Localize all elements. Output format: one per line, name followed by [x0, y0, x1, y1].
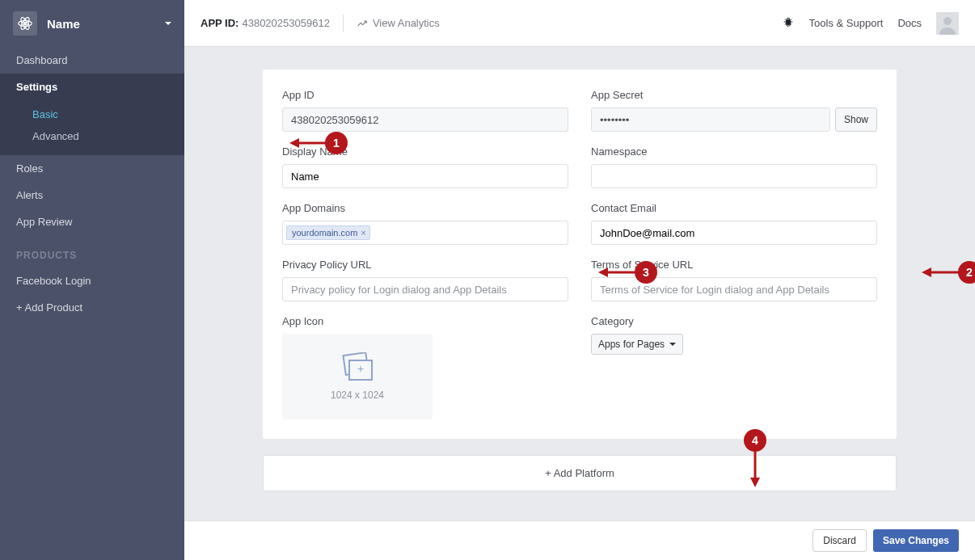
namespace-label: Namespace [591, 145, 877, 158]
settings-subnav: Basic Advanced [0, 100, 184, 155]
display-name-field[interactable] [282, 164, 568, 188]
category-select[interactable]: Apps for Pages [591, 334, 683, 355]
app-logo-icon [13, 11, 37, 36]
app-secret-label: App Secret [591, 89, 877, 101]
privacy-url-field[interactable] [282, 277, 568, 301]
sidebar: Name Dashboard Settings Basic Advanced R… [0, 0, 184, 560]
view-analytics-link[interactable]: View Analytics [357, 17, 440, 29]
main: APP ID: 438020253059612 View Analytics T… [184, 0, 975, 560]
annotation-2: 2 [958, 261, 975, 284]
app-icon-uploader[interactable]: + 1024 x 1024 [282, 334, 433, 419]
chevron-down-icon [669, 343, 676, 346]
app-id-label: App ID [282, 89, 568, 101]
save-button[interactable]: Save Changes [873, 529, 959, 552]
namespace-field[interactable] [591, 164, 877, 188]
products-heading: PRODUCTS [0, 235, 184, 267]
avatar[interactable] [936, 12, 959, 35]
content-area: App ID App Secret Show Display Name [184, 47, 975, 520]
subnav-advanced[interactable]: Advanced [0, 125, 184, 147]
icon-size-hint: 1024 x 1024 [331, 389, 384, 401]
annotation-arrow-2 [922, 267, 960, 277]
nav-app-review[interactable]: App Review [0, 208, 184, 235]
tools-support-link[interactable]: Tools & Support [809, 17, 884, 29]
show-secret-button[interactable]: Show [835, 107, 877, 132]
contact-email-field[interactable] [591, 221, 877, 245]
subnav-basic[interactable]: Basic [0, 103, 184, 125]
category-value: Apps for Pages [598, 339, 665, 350]
footer: Discard Save Changes [184, 520, 975, 560]
add-platform-button[interactable]: + Add Platform [263, 455, 897, 491]
app-name: Name [47, 17, 80, 31]
svg-point-4 [786, 19, 790, 25]
svg-marker-13 [922, 267, 931, 277]
app-switcher[interactable]: Name [0, 0, 184, 47]
nav-dashboard[interactable]: Dashboard [0, 47, 184, 74]
nav-facebook-login[interactable]: Facebook Login [0, 267, 184, 294]
app-secret-field [591, 107, 830, 132]
nav-settings[interactable]: Settings [0, 74, 184, 100]
discard-button[interactable]: Discard [812, 529, 867, 552]
app-icon-label: App Icon [282, 315, 568, 327]
separator [343, 15, 344, 32]
app-domains-label: App Domains [282, 202, 568, 214]
app-id-field [282, 107, 568, 132]
svg-point-0 [23, 22, 26, 24]
view-analytics-label: View Analytics [373, 17, 440, 29]
app-domains-field[interactable]: yourdomain.com × [282, 221, 568, 245]
image-placeholder-icon: + [338, 352, 377, 383]
display-name-label: Display Name [282, 145, 568, 158]
tos-url-label: Terms of Service URL [591, 259, 877, 271]
nav-roles[interactable]: Roles [0, 155, 184, 182]
appid-value: 438020253059612 [242, 17, 329, 29]
category-label: Category [591, 315, 877, 327]
docs-link[interactable]: Docs [897, 17, 922, 29]
tos-url-field[interactable] [591, 277, 877, 301]
settings-card: App ID App Secret Show Display Name [263, 69, 897, 439]
domain-tag-text: yourdomain.com [292, 228, 357, 238]
contact-email-label: Contact Email [591, 202, 877, 214]
chevron-down-icon [165, 22, 171, 25]
topbar: APP ID: 438020253059612 View Analytics T… [184, 0, 975, 47]
domain-tag: yourdomain.com × [286, 225, 370, 240]
svg-point-6 [943, 17, 952, 25]
privacy-url-label: Privacy Policy URL [282, 259, 568, 271]
nav-add-product[interactable]: + Add Product [0, 294, 184, 321]
nav-alerts[interactable]: Alerts [0, 182, 184, 208]
bug-icon[interactable] [782, 15, 795, 31]
remove-domain-icon[interactable]: × [361, 228, 365, 238]
appid-label: APP ID: [200, 17, 238, 29]
svg-text:+: + [357, 362, 364, 375]
